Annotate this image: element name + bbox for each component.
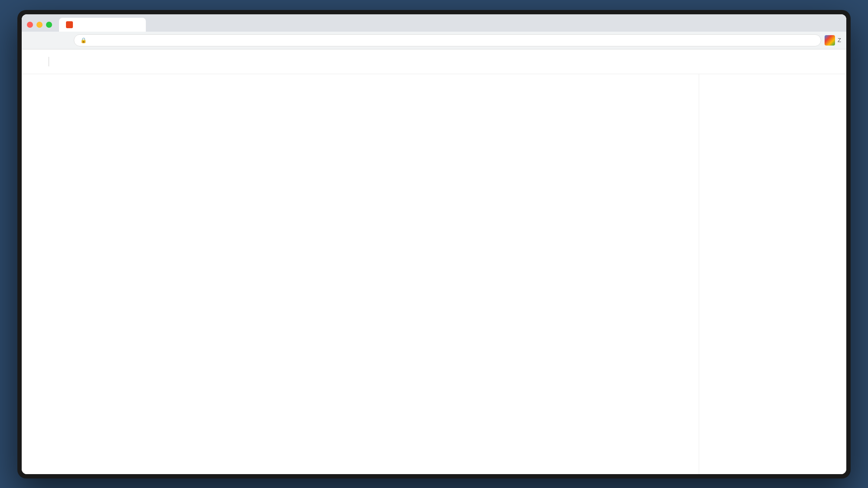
lock-icon: 🔒 bbox=[80, 37, 87, 43]
page-back-button[interactable] bbox=[30, 56, 43, 68]
back-nav-button[interactable] bbox=[27, 34, 39, 46]
gallery-image-lighthouse[interactable] bbox=[30, 388, 357, 474]
browser-screen: 🔒 Z bbox=[22, 14, 846, 474]
page-header bbox=[22, 49, 846, 74]
reload-nav-button[interactable] bbox=[58, 34, 70, 46]
gallery-image-cyberpunk[interactable] bbox=[364, 78, 690, 196]
window-controls bbox=[27, 22, 52, 28]
maximize-window-button[interactable] bbox=[46, 22, 52, 28]
header-divider bbox=[49, 57, 49, 66]
tab-bar bbox=[22, 14, 846, 32]
page-content bbox=[22, 49, 846, 474]
active-tab[interactable] bbox=[59, 18, 146, 32]
extensions-label: Z bbox=[838, 37, 841, 43]
sidebar-image-container bbox=[699, 74, 846, 474]
forward-nav-button[interactable] bbox=[43, 34, 55, 46]
address-bar[interactable]: 🔒 bbox=[74, 34, 821, 46]
browser-extras: Z bbox=[825, 35, 841, 46]
gallery-right-column bbox=[364, 78, 690, 381]
new-tab-button[interactable] bbox=[148, 19, 160, 31]
cyberpunk-canvas bbox=[364, 78, 690, 196]
llama-canvas bbox=[699, 74, 846, 474]
tab-favicon bbox=[66, 21, 73, 28]
address-bar-row: 🔒 Z bbox=[22, 32, 846, 49]
house-canvas bbox=[30, 78, 357, 308]
minimize-window-button[interactable] bbox=[36, 22, 43, 28]
gallery-container bbox=[22, 74, 846, 474]
profile-icon bbox=[825, 35, 835, 46]
close-window-button[interactable] bbox=[27, 22, 33, 28]
terrarium-canvas bbox=[364, 388, 690, 474]
gallery-image-house[interactable] bbox=[30, 78, 357, 381]
laptop-frame: 🔒 Z bbox=[17, 10, 851, 478]
gallery-image-terrarium[interactable] bbox=[364, 388, 690, 474]
gallery-image-scifi[interactable] bbox=[364, 203, 690, 381]
browser-chrome: 🔒 Z bbox=[22, 14, 846, 49]
gallery-main bbox=[22, 74, 699, 474]
tab-close-button[interactable] bbox=[132, 21, 139, 28]
lighthouse-canvas bbox=[30, 388, 357, 474]
scifi-canvas bbox=[364, 203, 690, 381]
gallery-sidebar bbox=[699, 74, 846, 474]
gallery-grid bbox=[30, 74, 690, 474]
